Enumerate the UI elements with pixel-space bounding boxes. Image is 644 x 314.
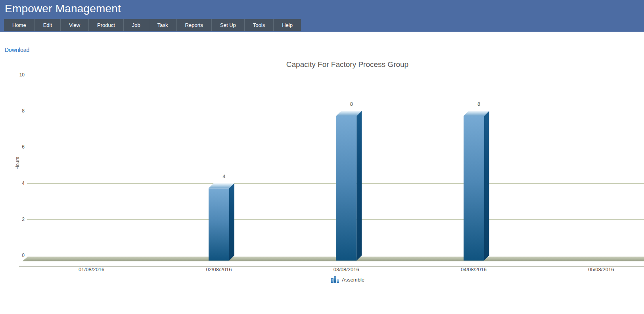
main-menu: HomeEditViewProductJobTaskReportsSet UpT… <box>4 19 301 31</box>
menu-item-home[interactable]: Home <box>4 19 34 31</box>
x-tick-label-5: 05/08/2016 <box>577 266 625 273</box>
menu-item-tools[interactable]: Tools <box>244 19 273 31</box>
app-title: Empower Management <box>5 2 121 15</box>
y-tick-label-6: 6 <box>9 144 25 150</box>
menu-item-help[interactable]: Help <box>273 19 301 31</box>
menu-item-product[interactable]: Product <box>88 19 123 31</box>
chart-floor-front <box>19 261 644 266</box>
page: Empower Management HomeEditViewProductJo… <box>0 0 644 314</box>
capacity-chart: Capacity For Factory Process Group Hours… <box>0 0 644 314</box>
gridline-2 <box>27 219 644 220</box>
bar-value-label: 8 <box>338 101 364 107</box>
y-tick-label-10: 10 <box>9 72 25 78</box>
bar-04-08-2016[interactable] <box>464 111 490 261</box>
gridline-4 <box>27 183 644 184</box>
x-tick-label-3: 03/08/2016 <box>322 266 370 273</box>
menu-item-set-up[interactable]: Set Up <box>211 19 244 31</box>
chart-floor-top <box>22 257 644 261</box>
menu-item-view[interactable]: View <box>60 19 88 31</box>
legend-label: Assemble <box>342 277 364 283</box>
bar-value-label: 4 <box>211 173 237 180</box>
y-tick-label-2: 2 <box>9 216 25 223</box>
legend-item-assemble[interactable]: Assemble <box>331 277 364 283</box>
bar-02-08-2016[interactable] <box>209 183 235 261</box>
y-tick-label-8: 8 <box>9 108 25 114</box>
y-tick-label-0: 0 <box>9 252 25 259</box>
x-tick-label-1: 01/08/2016 <box>68 266 115 273</box>
bar-side-face <box>484 111 489 261</box>
column-chart-icon <box>331 277 339 283</box>
x-tick-label-4: 04/08/2016 <box>450 266 498 273</box>
bar-03-08-2016[interactable] <box>336 111 362 261</box>
menu-item-job[interactable]: Job <box>123 19 149 31</box>
gridline-8 <box>27 111 644 111</box>
x-tick-label-2: 02/08/2016 <box>195 266 243 273</box>
gridline-6 <box>27 147 644 147</box>
bar-value-label: 8 <box>466 101 492 107</box>
chart-floor-edge <box>19 266 644 266</box>
bar-side-face <box>229 183 234 261</box>
bar-side-face <box>356 111 362 261</box>
bar-front-face <box>336 116 356 261</box>
download-link[interactable]: Download <box>5 47 29 53</box>
app-header: Empower Management HomeEditViewProductJo… <box>0 0 644 32</box>
bar-front-face <box>464 116 484 261</box>
menu-item-reports[interactable]: Reports <box>176 19 212 31</box>
y-tick-label-4: 4 <box>9 180 25 186</box>
menu-item-edit[interactable]: Edit <box>34 19 60 31</box>
menu-item-task[interactable]: Task <box>149 19 176 31</box>
y-axis-title: Hours <box>15 151 20 175</box>
bar-front-face <box>209 188 229 261</box>
chart-title: Capacity For Factory Process Group <box>286 60 408 69</box>
